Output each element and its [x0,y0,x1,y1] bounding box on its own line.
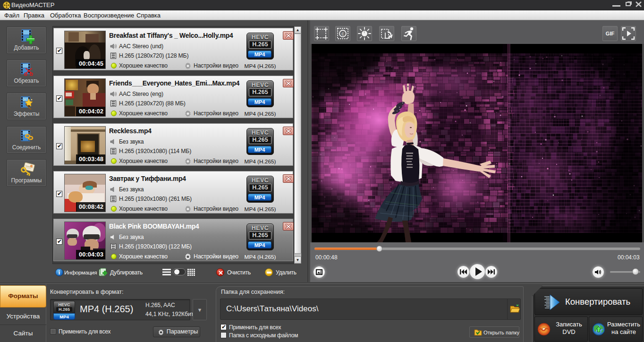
svg-text:c: c [342,31,344,36]
